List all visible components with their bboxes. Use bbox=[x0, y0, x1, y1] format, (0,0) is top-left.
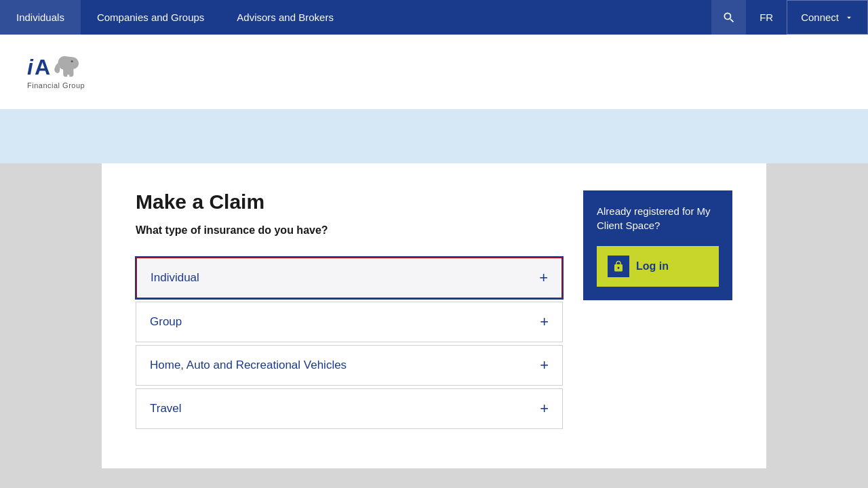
nav-individuals[interactable]: Individuals bbox=[0, 0, 81, 35]
logo-bar: i A Financial Group bbox=[0, 35, 868, 109]
nav-advisors-brokers[interactable]: Advisors and Brokers bbox=[220, 0, 350, 35]
decorative-blue-band bbox=[0, 109, 868, 163]
claim-subtitle: What type of insurance do you have? bbox=[136, 224, 563, 237]
nav-companies-groups[interactable]: Companies and Groups bbox=[81, 0, 220, 35]
page-title: Make a Claim bbox=[136, 190, 563, 214]
accordion-item-individual[interactable]: Individual + bbox=[136, 257, 563, 299]
sidebar-text: Already registered for My Client Space? bbox=[597, 204, 719, 232]
accordion-item-home-auto[interactable]: Home, Auto and Recreational Vehicles + bbox=[136, 345, 563, 386]
logo-brand-text: i bbox=[27, 55, 33, 80]
connect-button[interactable]: Connect bbox=[787, 0, 868, 35]
search-button[interactable] bbox=[711, 0, 746, 35]
accordion-label-group: Group bbox=[150, 315, 182, 329]
logo-brand-a: A bbox=[35, 55, 50, 80]
accordion-label-travel: Travel bbox=[150, 402, 182, 415]
lock-icon bbox=[612, 260, 625, 272]
connect-label: Connect bbox=[801, 12, 839, 23]
login-button[interactable]: Log in bbox=[597, 246, 719, 287]
expand-icon-individual: + bbox=[539, 270, 548, 285]
main-content-area: Make a Claim What type of insurance do y… bbox=[0, 163, 868, 488]
content-card: Make a Claim What type of insurance do y… bbox=[102, 163, 766, 468]
accordion-item-group[interactable]: Group + bbox=[136, 302, 563, 342]
sidebar-card: Already registered for My Client Space? … bbox=[583, 190, 732, 300]
logo-subtitle: Financial Group bbox=[27, 81, 85, 89]
language-toggle[interactable]: FR bbox=[746, 0, 787, 35]
elephant-icon bbox=[53, 55, 79, 78]
expand-icon-travel: + bbox=[540, 401, 549, 416]
search-icon bbox=[722, 11, 736, 24]
svg-point-0 bbox=[71, 60, 73, 62]
accordion-item-travel[interactable]: Travel + bbox=[136, 388, 563, 429]
chevron-down-icon bbox=[844, 13, 854, 22]
logo[interactable]: i A Financial Group bbox=[27, 55, 85, 89]
accordion-label-individual: Individual bbox=[151, 271, 199, 285]
expand-icon-group: + bbox=[540, 314, 549, 329]
lock-icon-box bbox=[608, 256, 629, 277]
claim-section: Make a Claim What type of insurance do y… bbox=[136, 190, 563, 434]
login-label: Log in bbox=[636, 260, 669, 272]
expand-icon-home-auto: + bbox=[540, 358, 549, 373]
accordion-label-home-auto: Home, Auto and Recreational Vehicles bbox=[150, 359, 347, 372]
top-navigation: Individuals Companies and Groups Advisor… bbox=[0, 0, 868, 35]
